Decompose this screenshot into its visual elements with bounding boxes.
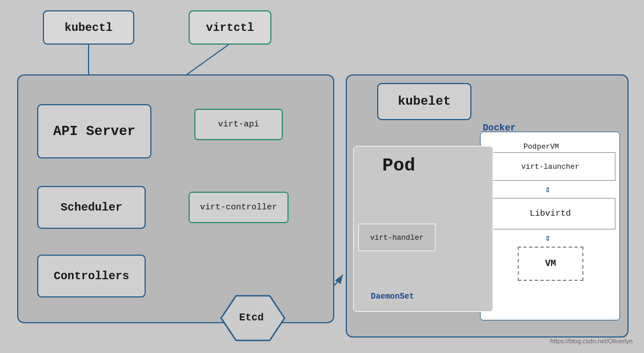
vm-label: VM — [545, 259, 556, 269]
api-server-box: API Server — [37, 104, 151, 158]
api-server-label: API Server — [53, 124, 135, 139]
kubectl-label: kubectl — [65, 21, 113, 34]
diagram: kubectl virtctl API Server Scheduler Con… — [0, 0, 644, 353]
libvirtd-box: Libvirtd — [485, 198, 615, 229]
pod-label: Pod — [382, 155, 415, 176]
podpervm-label: PodperVM — [523, 142, 559, 151]
double-arrow-2: ⇕ — [545, 232, 551, 244]
controllers-box: Controllers — [37, 255, 146, 298]
kubectl-box: kubectl — [43, 10, 134, 45]
daemonset-label: DaemonSet — [371, 292, 414, 301]
pod-container: Pod virt-handler DaemonSet — [353, 146, 493, 312]
virtctl-box: virtctl — [189, 10, 271, 45]
virt-launcher-label: virt-launcher — [521, 162, 579, 171]
virt-api-box: virt-api — [194, 109, 283, 140]
virt-handler-box: virt-handler — [358, 224, 435, 251]
virt-controller-label: virt-controller — [200, 203, 277, 212]
scheduler-label: Scheduler — [61, 201, 122, 214]
virt-controller-box: virt-controller — [189, 192, 289, 223]
watermark: https://blog.csdn.net/Oliverlyn — [550, 338, 633, 344]
controllers-label: Controllers — [54, 269, 129, 283]
virt-launcher-box: virt-launcher — [485, 152, 615, 181]
vm-box: VM — [518, 247, 583, 281]
virtctl-label: virtctl — [206, 21, 254, 34]
etcd-label: Etcd — [239, 312, 263, 323]
scheduler-box: Scheduler — [37, 186, 146, 229]
kubelet-label: kubelet — [398, 94, 450, 109]
libvirtd-label: Libvirtd — [530, 209, 571, 219]
docker-container: PodperVM virt-launcher ⇕ Libvirtd ⇕ VM — [480, 132, 620, 320]
virt-api-label: virt-api — [218, 120, 259, 129]
kubelet-box: kubelet — [377, 83, 471, 120]
virt-handler-label: virt-handler — [370, 233, 424, 242]
etcd-container: Etcd — [220, 295, 283, 340]
double-arrow-1: ⇕ — [545, 184, 551, 195]
etcd-hex: Etcd — [220, 295, 283, 340]
